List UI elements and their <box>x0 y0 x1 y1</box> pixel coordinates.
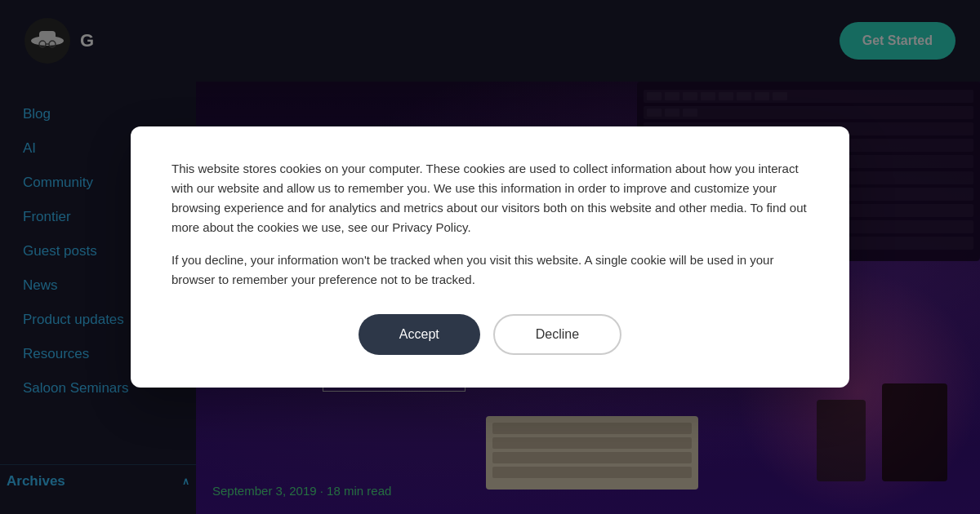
cookie-buttons: Accept Decline <box>172 314 808 355</box>
cookie-modal: This website stores cookies on your comp… <box>131 126 849 388</box>
cookie-text-2: If you decline, your information won't b… <box>172 250 808 290</box>
cookie-overlay: This website stores cookies on your comp… <box>0 0 980 514</box>
accept-button[interactable]: Accept <box>359 314 480 355</box>
decline-button[interactable]: Decline <box>493 314 621 355</box>
cookie-text-1: This website stores cookies on your comp… <box>172 159 808 237</box>
